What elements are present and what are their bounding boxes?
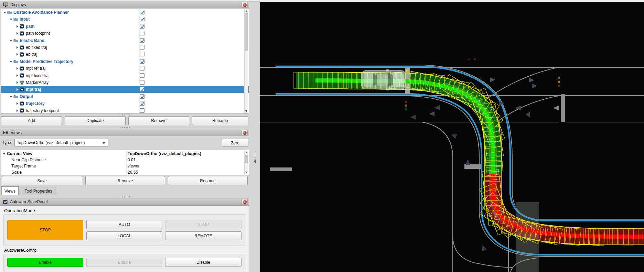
- display-item-output[interactable]: Output: [1, 93, 249, 100]
- remove-button[interactable]: Remove: [128, 116, 189, 125]
- display-item-markerarray[interactable]: MarkerArray: [1, 79, 249, 86]
- control-enable-active-button[interactable]: Enable: [7, 258, 83, 267]
- tab-views[interactable]: Views: [1, 186, 19, 195]
- display-item-eb-traj[interactable]: eb traj: [1, 51, 249, 58]
- display-enabled-checkbox[interactable]: [140, 38, 144, 43]
- collapsed-arrow-icon[interactable]: [15, 74, 19, 77]
- display-item-path-footprint[interactable]: path footprint: [1, 30, 249, 37]
- current-view-scrollbar[interactable]: [244, 151, 248, 174]
- displays-tree-scrollbar[interactable]: [244, 9, 248, 113]
- dock-splitter-dots[interactable]: [254, 153, 256, 160]
- zero-button[interactable]: Zero: [222, 139, 248, 147]
- display-enabled-checkbox[interactable]: [140, 73, 144, 78]
- property-label: Near Clip Distance: [11, 157, 46, 162]
- property-row-near-clip-distance[interactable]: Near Clip Distance0.01: [1, 157, 242, 163]
- expand-arrow-icon[interactable]: [2, 152, 6, 155]
- control-enable-button[interactable]: Enable: [86, 258, 162, 267]
- remove-view-button[interactable]: Remove: [85, 176, 165, 185]
- display-item-eb-fixed-traj[interactable]: eb fixed traj: [1, 44, 249, 51]
- operation-mode-auto-button[interactable]: AUTO: [86, 220, 162, 229]
- display-enabled-checkbox[interactable]: [140, 24, 144, 29]
- view-type-combobox[interactable]: TopDownOrtho (rviz_default_plugins): [14, 139, 108, 146]
- autoware-state-panel-titlebar[interactable]: AutowareStatePanel ✕: [0, 198, 249, 206]
- display-enabled-checkbox[interactable]: [140, 17, 144, 21]
- current-view-row[interactable]: Current View TopDownOrtho (rviz_default_…: [1, 151, 242, 157]
- display-enabled-checkbox[interactable]: [140, 52, 144, 56]
- scroll-up-icon[interactable]: [245, 151, 248, 154]
- display-item-model-predictive-trajectory[interactable]: Model Predictive Trajectory: [1, 58, 249, 65]
- display-item-trajectory[interactable]: trajectory: [1, 100, 249, 107]
- stop-line-bar: [464, 164, 482, 169]
- collapsed-arrow-icon[interactable]: [15, 88, 19, 91]
- display-enabled-checkbox[interactable]: [140, 45, 144, 50]
- display-item-trajectory-footprint[interactable]: trajectory footprint: [1, 107, 249, 114]
- scroll-down-icon[interactable]: [245, 109, 248, 113]
- expand-arrow-icon[interactable]: [9, 18, 13, 21]
- add-button[interactable]: Add: [1, 116, 62, 125]
- displays-tree[interactable]: Obstacle Avoidance PlannerInputpathpath …: [1, 9, 249, 114]
- 3d-viewport[interactable]: [260, 0, 644, 272]
- tab-tool-properties[interactable]: Tool Properties: [20, 187, 57, 195]
- scroll-up-icon[interactable]: [245, 9, 248, 13]
- collapsed-arrow-icon[interactable]: [15, 32, 19, 35]
- displays-close-button[interactable]: ✕: [242, 2, 248, 8]
- operation-mode-remote-button[interactable]: REMOTE: [165, 231, 242, 240]
- folder-icon: [13, 94, 18, 99]
- operation-mode-stop-active-button[interactable]: STOP: [7, 220, 83, 240]
- operation-mode-stop-button[interactable]: STOP: [165, 220, 242, 229]
- display-item-input[interactable]: Input: [1, 16, 249, 23]
- expand-arrow-icon[interactable]: [9, 95, 13, 98]
- scroll-down-icon[interactable]: [245, 171, 248, 174]
- panel-splitter-handle[interactable]: [120, 127, 130, 128]
- scrollbar-thumb[interactable]: [245, 13, 248, 51]
- panel-splitter-handle[interactable]: [120, 114, 130, 116]
- ego-vehicle: [361, 69, 406, 90]
- views-close-button[interactable]: ✕: [242, 130, 248, 135]
- rename-view-button[interactable]: Rename: [168, 176, 248, 185]
- rename-button[interactable]: Rename: [192, 116, 248, 125]
- property-row-target-frame[interactable]: Target Frameviewer: [1, 163, 242, 169]
- save-view-button[interactable]: Save: [2, 176, 82, 185]
- displays-titlebar[interactable]: Displays ✕: [0, 1, 249, 8]
- expand-arrow-icon[interactable]: [9, 60, 13, 63]
- scrollbar-thumb[interactable]: [245, 155, 248, 163]
- collapsed-arrow-icon[interactable]: [15, 102, 19, 105]
- collapsed-arrow-icon[interactable]: [15, 81, 19, 84]
- property-row-scale[interactable]: Scale26.55: [1, 169, 242, 175]
- collapsed-arrow-icon[interactable]: [15, 25, 19, 28]
- collapsed-arrow-icon[interactable]: [15, 67, 19, 70]
- render-view[interactable]: [260, 0, 644, 272]
- expand-arrow-icon[interactable]: [9, 39, 13, 42]
- property-value[interactable]: 26.55: [128, 170, 138, 175]
- display-enabled-checkbox[interactable]: [140, 66, 144, 70]
- ego-vehicle-part: [373, 74, 377, 86]
- views-titlebar[interactable]: Views ✕: [0, 129, 249, 136]
- operation-mode-local-button[interactable]: LOCAL: [86, 231, 162, 240]
- display-enabled-checkbox[interactable]: [140, 10, 144, 14]
- display-item-obstacle-avoidance-planner[interactable]: Obstacle Avoidance Planner: [1, 9, 247, 16]
- display-enabled-checkbox[interactable]: [140, 101, 144, 106]
- display-enabled-checkbox[interactable]: [140, 108, 144, 113]
- collapse-left-icon[interactable]: [254, 160, 256, 163]
- display-item-mpt-fixed-traj[interactable]: mpt fixed traj: [1, 72, 249, 79]
- display-item-elastic-band[interactable]: Elastic Band: [1, 37, 249, 44]
- display-item-path[interactable]: path: [1, 23, 249, 30]
- property-value[interactable]: viewer: [128, 164, 140, 168]
- display-enabled-checkbox[interactable]: [140, 31, 144, 35]
- display-enabled-checkbox[interactable]: [140, 94, 144, 99]
- expand-arrow-icon[interactable]: [3, 11, 7, 14]
- display-enabled-checkbox[interactable]: [140, 80, 144, 85]
- property-value[interactable]: 0.01: [128, 157, 136, 162]
- duplicate-button[interactable]: Duplicate: [65, 116, 126, 125]
- control-disable-button[interactable]: Disable: [165, 258, 242, 267]
- collapsed-arrow-icon[interactable]: [15, 46, 19, 49]
- display-enabled-checkbox[interactable]: [140, 87, 144, 91]
- display-item-mpt-traj[interactable]: mpt traj: [1, 86, 249, 93]
- current-view-table[interactable]: Current View TopDownOrtho (rviz_default_…: [1, 150, 249, 175]
- display-enabled-checkbox[interactable]: [140, 59, 144, 64]
- collapsed-arrow-icon[interactable]: [15, 53, 19, 56]
- panel-splitter-handle[interactable]: [120, 196, 130, 198]
- autoware-panel-close-button[interactable]: ✕: [242, 199, 248, 205]
- display-item-mpt-ref-traj[interactable]: mpt ref traj: [1, 65, 249, 72]
- collapsed-arrow-icon[interactable]: [15, 109, 19, 112]
